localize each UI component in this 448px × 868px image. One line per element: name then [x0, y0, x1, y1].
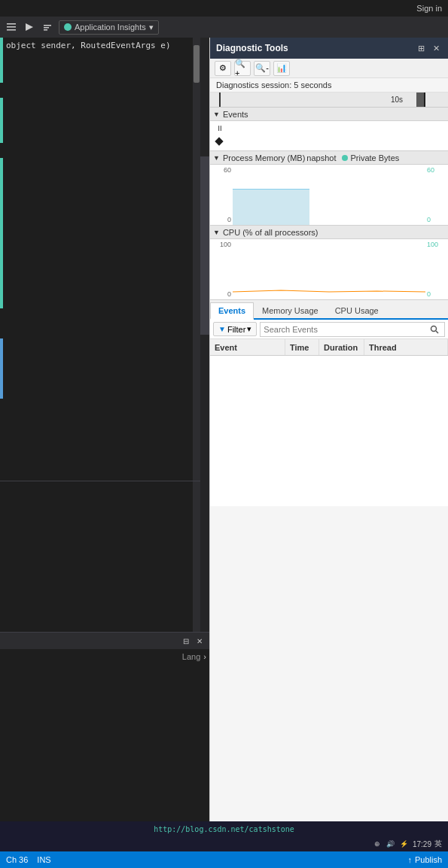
events-label: Events [223, 110, 248, 119]
sign-in-button[interactable]: Sign in [416, 4, 442, 13]
publish-arrow: ↑ [407, 855, 412, 864]
watermark-url: http://blog.csdn.net/catshstone [154, 825, 294, 833]
zoom-out-button[interactable]: 🔍- [254, 61, 270, 76]
status-right: ↑ Publish [407, 855, 442, 864]
left-scroll-thumb [194, 45, 200, 83]
status-ins: INS [37, 855, 50, 864]
memory-legend-dot [342, 155, 348, 161]
indicator-green-bottom [0, 158, 3, 308]
diag-title: Diagnostic Tools [216, 43, 288, 53]
taskbar-icon-network: ⊕ [372, 839, 382, 849]
lang-arrow: › [203, 652, 206, 661]
timeline-bar: 10s [210, 93, 448, 108]
events-row-1: ⏸ [210, 121, 448, 135]
memory-chart: 60 0 60 0 [210, 165, 448, 225]
code-separator [0, 481, 200, 481]
svg-line-8 [436, 331, 438, 333]
indicator-green-top [0, 38, 3, 83]
taskbar-icon-sound: 🔊 [386, 839, 396, 849]
code-line-1: object sender, RoutedEventArgs e) [0, 39, 209, 51]
status-bar: Ch 36 INS ↑ Publish [0, 851, 448, 868]
menu-icon-1[interactable] [3, 19, 20, 35]
search-input[interactable] [264, 325, 428, 334]
memory-collapse-arrow: ▼ [213, 154, 220, 162]
pin-diag-icon[interactable]: ⊞ [415, 42, 427, 54]
svg-rect-0 [7, 23, 16, 25]
search-icon-button[interactable] [428, 323, 441, 336]
lang-indicator: 英 [434, 839, 442, 849]
memory-max-right: 60 [427, 166, 446, 174]
settings-button[interactable]: ⚙ [215, 61, 231, 76]
cpu-chart-plot [233, 239, 425, 299]
memory-max-left: 60 [212, 166, 231, 174]
cpu-y-left: 100 0 [210, 239, 233, 299]
left-panel: object sender, RoutedEventArgs e) ⊟ ✕ [0, 38, 209, 841]
top-bar: Sign in [0, 0, 448, 17]
svg-marker-3 [26, 23, 33, 31]
app-insights-dot [64, 23, 72, 31]
filter-label: Filter [227, 325, 245, 334]
memory-chart-plot [233, 165, 425, 225]
bottom-panel: ⊟ ✕ Lang › [0, 632, 209, 841]
diag-toolbar: ⚙ 🔍+ 🔍- 📊 [210, 59, 448, 78]
cpu-label: CPU (% of all processors) [223, 228, 318, 237]
diag-header-icons: ⊞ ✕ [415, 42, 442, 54]
memory-min-right: 0 [427, 216, 446, 223]
col-time: Time [285, 339, 319, 355]
filter-arrow: ▾ [247, 324, 251, 334]
pause-icon: ⏸ [216, 124, 224, 132]
diag-session: Diagnostics session: 5 seconds [210, 78, 448, 93]
app-insights-button[interactable]: Application Insights ▾ [59, 20, 159, 35]
table-header: Event Time Duration Thread [210, 339, 448, 356]
chart-button[interactable]: 📊 [273, 61, 290, 76]
memory-y-left: 60 0 [210, 165, 233, 225]
close-panel-icon[interactable]: ✕ [194, 636, 205, 646]
timeline-start-tick [219, 93, 221, 107]
time-display: 17:29 [413, 840, 431, 848]
app-insights-label: Application Insights [75, 23, 146, 32]
svg-rect-5 [44, 27, 49, 29]
taskbar-icon-battery: ⚡ [399, 839, 410, 849]
menu-bar: Application Insights ▾ [0, 17, 448, 38]
bottom-panel-header-icons: ⊟ ✕ [181, 636, 205, 646]
table-body [210, 356, 448, 506]
publish-button[interactable]: ↑ Publish [407, 855, 442, 864]
status-ch: Ch 36 [6, 855, 28, 864]
svg-point-7 [431, 326, 437, 331]
memory-label: Process Memory (MB) [223, 153, 305, 162]
cpu-section-header[interactable]: ▼ CPU (% of all processors) [210, 226, 448, 239]
svg-rect-1 [7, 26, 16, 28]
events-section-header[interactable]: ▼ Events [210, 108, 448, 121]
cpu-chart-svg [233, 239, 425, 299]
col-event: Event [210, 339, 285, 355]
memory-min-left: 0 [212, 216, 231, 223]
zoom-in-button[interactable]: 🔍+ [234, 61, 251, 76]
cpu-max-right: 100 [427, 241, 446, 248]
svg-rect-4 [44, 25, 51, 26]
events-row-2 [210, 135, 448, 148]
lang-label: Lang [182, 652, 203, 661]
code-editor: object sender, RoutedEventArgs e) [0, 38, 209, 632]
pin-icon[interactable]: ⊟ [181, 636, 191, 646]
close-diag-icon[interactable]: ✕ [430, 42, 442, 54]
tab-memory-usage[interactable]: Memory Usage [254, 302, 327, 318]
cpu-y-right: 100 0 [425, 239, 448, 299]
tab-cpu-usage[interactable]: CPU Usage [327, 302, 387, 318]
app-insights-arrow: ▾ [149, 23, 154, 32]
memory-section-header[interactable]: ▼ Process Memory (MB) napshot Private By… [210, 151, 448, 165]
events-diamond [215, 137, 223, 145]
col-duration: Duration [319, 339, 364, 355]
mini-map-highlight [200, 156, 209, 335]
tab-events[interactable]: Events [210, 302, 254, 320]
filter-button[interactable]: ▼ Filter ▾ [213, 322, 257, 336]
search-icon [430, 325, 439, 334]
memory-legend-label: Private Bytes [350, 153, 399, 162]
menu-icon-3[interactable] [39, 19, 56, 35]
svg-rect-6 [44, 29, 47, 31]
indicator-blue [0, 338, 3, 399]
events-chart: ⏸ [210, 121, 448, 151]
menu-icon-2[interactable] [21, 19, 38, 35]
left-scrollbar[interactable] [193, 38, 200, 632]
diag-header: Diagnostic Tools ⊞ ✕ [210, 38, 448, 59]
status-left: Ch 36 INS [6, 855, 51, 864]
